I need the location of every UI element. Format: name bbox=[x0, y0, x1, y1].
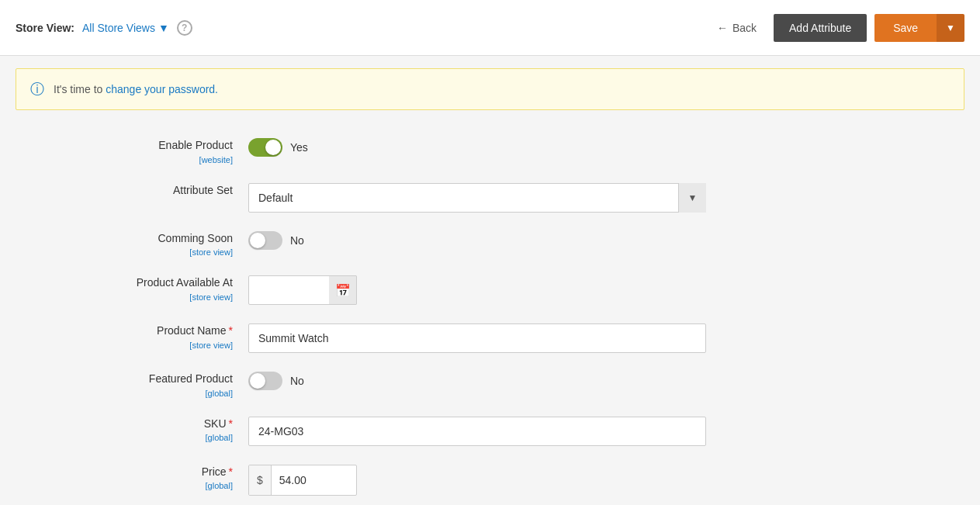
save-dropdown-button[interactable]: ▼ bbox=[937, 14, 964, 42]
attribute-set-label: Attribute Set bbox=[173, 184, 233, 196]
sku-control bbox=[248, 417, 714, 446]
featured-product-label-group: Featured Product [global] bbox=[78, 372, 248, 398]
price-input[interactable] bbox=[272, 465, 341, 495]
price-label-group: Price* [global] bbox=[78, 465, 248, 491]
product-name-row: Product Name* [store view] bbox=[16, 323, 916, 353]
store-view-label: Store View: bbox=[16, 22, 74, 34]
comming-soon-label-group: Comming Soon [store view] bbox=[78, 231, 248, 258]
attribute-set-label-group: Attribute Set bbox=[78, 183, 248, 199]
change-password-link[interactable]: change your password. bbox=[106, 83, 218, 95]
comming-soon-scope: [store view] bbox=[78, 247, 233, 257]
product-name-scope: [store view] bbox=[78, 341, 233, 350]
required-star: * bbox=[229, 324, 233, 337]
featured-product-label: Featured Product bbox=[149, 372, 233, 385]
sku-row: SKU* [global] bbox=[16, 417, 916, 446]
featured-product-scope: [global] bbox=[78, 389, 233, 398]
add-attribute-button[interactable]: Add Attribute bbox=[774, 14, 867, 42]
header-left: Store View: All Store Views ▼ ? bbox=[16, 20, 192, 36]
price-control: $ bbox=[248, 465, 714, 496]
page-header: Store View: All Store Views ▼ ? ← Back A… bbox=[0, 0, 980, 56]
product-available-at-control: 📅 bbox=[248, 275, 714, 305]
comming-soon-toggle-wrapper: No bbox=[248, 231, 304, 250]
currency-symbol: $ bbox=[249, 465, 272, 495]
product-name-label: Product Name* bbox=[157, 324, 233, 337]
calendar-button[interactable]: 📅 bbox=[329, 275, 357, 305]
required-star: * bbox=[229, 417, 233, 430]
info-icon: ⓘ bbox=[30, 80, 44, 99]
toggle-track bbox=[248, 138, 282, 157]
product-available-at-scope: [store view] bbox=[78, 292, 233, 302]
comming-soon-label: Comming Soon bbox=[158, 232, 234, 244]
comming-soon-row: Comming Soon [store view] No bbox=[16, 231, 916, 258]
product-available-at-label-group: Product Available At [store view] bbox=[78, 275, 248, 302]
toggle-thumb bbox=[250, 373, 265, 389]
required-star: * bbox=[229, 465, 233, 478]
attribute-set-row: Attribute Set Default ▼ bbox=[16, 183, 916, 213]
toggle-thumb bbox=[250, 233, 265, 248]
product-name-input[interactable] bbox=[248, 323, 706, 353]
enable-product-label-group: Enable Product [website] bbox=[78, 138, 248, 164]
comming-soon-toggle[interactable] bbox=[248, 231, 282, 250]
date-input-wrapper: 📅 bbox=[248, 275, 357, 305]
store-view-selector[interactable]: All Store Views ▼ bbox=[82, 22, 169, 34]
notice-banner: ⓘ It's time to change your password. bbox=[16, 68, 964, 110]
toggle-track bbox=[248, 231, 282, 250]
help-icon[interactable]: ? bbox=[177, 20, 192, 36]
sku-scope: [global] bbox=[78, 433, 233, 442]
product-available-at-row: Product Available At [store view] 📅 bbox=[16, 275, 916, 305]
enable-product-control: Yes bbox=[248, 138, 714, 157]
sku-input[interactable] bbox=[248, 417, 706, 446]
product-name-control bbox=[248, 323, 714, 353]
comming-soon-control: No bbox=[248, 231, 714, 250]
enable-product-toggle[interactable] bbox=[248, 138, 282, 157]
price-label: Price* bbox=[202, 465, 233, 478]
back-label: Back bbox=[732, 22, 757, 34]
featured-product-control: No bbox=[248, 372, 714, 390]
featured-product-toggle-label: No bbox=[290, 375, 304, 387]
store-view-value: All Store Views bbox=[82, 22, 155, 34]
featured-product-toggle[interactable] bbox=[248, 372, 282, 390]
attribute-set-select[interactable]: Default bbox=[248, 183, 706, 213]
price-input-wrapper: $ bbox=[248, 465, 357, 496]
comming-soon-toggle-label: No bbox=[290, 234, 304, 247]
attribute-set-control: Default ▼ bbox=[248, 183, 714, 213]
price-scope: [global] bbox=[78, 481, 233, 490]
enable-product-toggle-label: Yes bbox=[290, 141, 308, 154]
notice-text: It's time to change your password. bbox=[54, 83, 218, 95]
save-button[interactable]: Save bbox=[874, 14, 937, 42]
enable-product-row: Enable Product [website] Yes bbox=[16, 138, 916, 164]
attribute-set-select-wrapper: Default ▼ bbox=[248, 183, 706, 213]
back-button[interactable]: ← Back bbox=[708, 16, 766, 40]
featured-product-toggle-wrapper: No bbox=[248, 372, 304, 390]
product-form: Enable Product [website] Yes Attribute S… bbox=[0, 123, 931, 505]
sku-label: SKU* bbox=[204, 417, 233, 430]
save-button-group: Save ▼ bbox=[874, 14, 964, 42]
chevron-down-icon: ▼ bbox=[158, 22, 169, 34]
back-arrow-icon: ← bbox=[717, 22, 728, 34]
toggle-thumb bbox=[265, 140, 281, 155]
product-available-at-label: Product Available At bbox=[137, 276, 233, 289]
price-row: Price* [global] $ bbox=[16, 465, 916, 496]
enable-product-scope: [website] bbox=[78, 155, 233, 164]
enable-product-label: Enable Product bbox=[158, 139, 233, 151]
enable-product-toggle-wrapper: Yes bbox=[248, 138, 308, 157]
chevron-down-icon: ▼ bbox=[946, 22, 955, 33]
sku-label-group: SKU* [global] bbox=[78, 417, 248, 443]
product-name-label-group: Product Name* [store view] bbox=[78, 323, 248, 350]
featured-product-row: Featured Product [global] No bbox=[16, 372, 916, 398]
header-right: ← Back Add Attribute Save ▼ bbox=[708, 14, 964, 42]
toggle-track bbox=[248, 372, 282, 390]
